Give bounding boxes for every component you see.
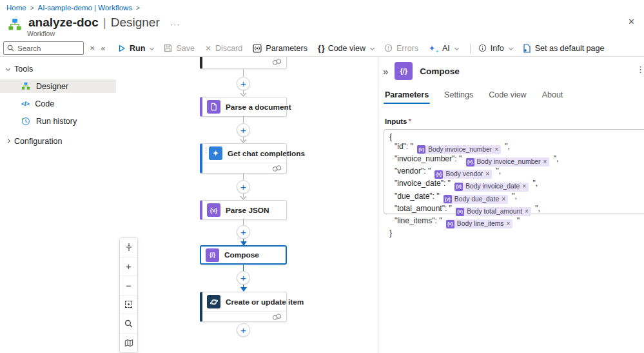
workflow-canvas[interactable]: + Parse a document + ⋮ [116,57,378,353]
cosmos-db-icon [207,295,220,308]
save-button[interactable]: Save [164,44,195,53]
json-key: "line_items": " [395,216,444,225]
left-navigation: Tools Designer </> Code [0,57,116,353]
title-more-button[interactable]: ··· [170,19,181,29]
code-icon: </> [21,100,29,107]
ai-button[interactable]: ✦✦ AI [429,43,458,53]
json-line: "total_amount": " {v}Body total_amount× … [389,204,644,216]
json-key: "total_amount": " [395,204,454,213]
node-get-chat-completions[interactable]: ⋮ ✦ Get chat completions [200,143,287,174]
run-button[interactable]: Run [118,44,153,53]
title-separator: | [103,15,106,30]
tab-about[interactable]: About [542,90,563,104]
token-label: Body total_amount [467,207,522,217]
errors-button[interactable]: Errors [384,44,418,53]
sidebar-item-designer[interactable]: Designer [0,79,116,93]
dynamic-content-token[interactable]: {v}Body line_items× [446,219,513,228]
tools-group-toggle[interactable]: Tools [0,62,116,76]
minimap-button[interactable] [120,334,137,353]
node-parse-json[interactable]: {v} Parse JSON [200,200,287,220]
chevron-down-icon [150,46,154,50]
insert-step-button[interactable]: + [237,323,250,337]
tab-settings[interactable]: Settings [444,90,473,104]
play-icon [118,45,126,52]
json-open-brace: { [389,132,644,142]
node-parse-a-document[interactable]: Parse a document [200,97,287,117]
code-view-button[interactable]: { } Code view [318,44,374,53]
parameters-button[interactable]: Parameters [253,44,307,53]
search-icon [7,45,14,52]
trigger-node[interactable] [200,57,287,69]
dynamic-content-token[interactable]: {v}Body invoice_number× [417,145,501,154]
dynamic-content-token[interactable]: {v}Body invoice_date× [454,183,529,192]
json-suffix: ", [533,204,540,213]
drag-handle-icon[interactable]: ⋮ [203,148,206,152]
chevron-down-icon [509,46,513,50]
expand-panel-icon[interactable]: » [383,66,388,77]
designer-icon [21,82,30,91]
insert-step-button[interactable]: + [237,123,250,137]
inputs-field-label: Inputs* [385,117,644,125]
token-label: Body due_date [454,195,499,205]
inputs-code-lines: "id": " {v}Body invoice_number× ", "invo… [389,142,644,229]
discard-button[interactable]: ✕ Discard [205,44,242,53]
node-create-or-update-item[interactable]: Create or update item [200,292,287,322]
inputs-editor[interactable]: { "id": " {v}Body invoice_number× ", "in… [384,129,644,214]
token-fx-icon: {v} [446,220,454,228]
search-input[interactable] [17,45,75,52]
breadcrumb-home-link[interactable]: Home [6,4,26,12]
fit-view-button[interactable] [120,238,137,257]
sidebar-item-code[interactable]: </> Code [0,97,116,110]
json-line: "due_date": " {v}Body due_date× ", [389,192,644,204]
token-remove-icon[interactable]: × [543,157,547,167]
insert-step-button[interactable]: + [237,271,250,285]
tab-parameters[interactable]: Parameters [385,90,429,104]
panel-more-icon[interactable]: ⋮ [636,65,644,74]
panel-title: Compose [420,66,460,76]
breadcrumb-workflows-link[interactable]: AI-sample-demo | Workflows [38,4,133,12]
canvas-search-button[interactable] [120,314,137,334]
json-line: "vendor": " {v}Body vendor× ", [389,166,644,179]
sidebar-item-run-history[interactable]: Run history [0,114,116,128]
breadcrumb-separator-icon: > [30,5,34,12]
connector [243,174,244,180]
json-close-brace: } [389,228,644,238]
token-remove-icon[interactable]: × [502,195,505,205]
dynamic-content-token[interactable]: {v}Body invoice_number× [466,157,550,166]
close-icon[interactable]: ✕ [628,17,635,26]
info-icon [478,44,487,52]
configuration-group-toggle[interactable]: Configuration [0,134,116,148]
dynamic-content-token[interactable]: {v}Body due_date× [444,195,508,204]
insert-step-button[interactable]: + [237,77,250,90]
connector [243,116,244,123]
token-fx-icon: {v} [456,208,464,216]
node-compose[interactable]: {/} Compose [200,245,287,265]
token-remove-icon[interactable]: × [522,182,526,192]
token-remove-icon[interactable]: × [525,207,529,217]
dynamic-content-token[interactable]: {v}Body total_amount× [456,207,531,216]
collapse-sidebar-icon[interactable]: « [101,44,105,53]
json-key: "invoice_date": " [395,179,453,188]
zoom-in-button[interactable]: + [120,257,137,277]
token-label: Body invoice_number [477,157,541,167]
tab-code-view[interactable]: Code view [489,90,526,104]
search-box[interactable] [3,41,84,55]
clear-search-icon[interactable]: ✕ [90,45,95,52]
set-default-page-button[interactable]: Set as default page [523,44,605,53]
insert-step-button[interactable]: + [237,225,250,239]
token-remove-icon[interactable]: × [507,219,511,229]
token-fx-icon: {v} [417,145,425,154]
info-button[interactable]: Info [478,44,512,53]
chat-completions-icon: ✦ [209,146,222,160]
token-remove-icon[interactable]: × [485,170,489,179]
dynamic-content-token[interactable]: {v}Body vendor× [434,170,492,179]
center-view-button[interactable] [120,296,137,315]
chevron-down-icon [454,46,459,50]
zoom-out-button[interactable]: − [120,276,137,296]
insert-step-button[interactable]: + [237,180,250,194]
token-remove-icon[interactable]: × [494,145,498,155]
panel-header: » {/} Compose ⋮ [378,57,644,85]
arrow-down-icon [240,194,246,200]
json-suffix: ", [494,166,501,176]
breadcrumb: Home > AI-sample-demo | Workflows > [6,4,140,12]
